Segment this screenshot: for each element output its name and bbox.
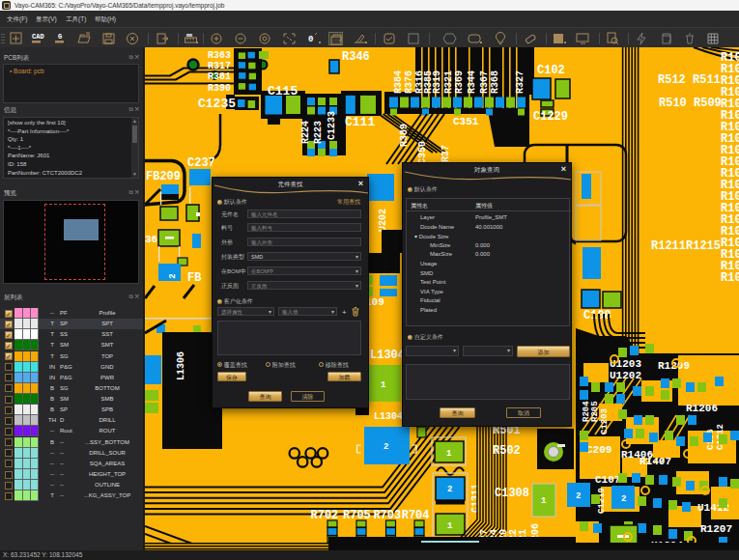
- svg-text:R367: R367: [479, 70, 490, 94]
- svg-text:L1306: L1306: [176, 351, 186, 380]
- svg-text:C107: C107: [595, 474, 620, 486]
- svg-text:L1304: L1304: [370, 349, 405, 362]
- svg-text:FB209: FB209: [146, 170, 181, 183]
- svg-text:1: 1: [446, 449, 452, 459]
- svg-text:G: G: [58, 33, 62, 41]
- svg-text:C1308: C1308: [495, 487, 529, 500]
- svg-text:R376: R376: [404, 70, 414, 94]
- svg-text:2: 2: [384, 442, 388, 452]
- svg-text:C1229: C1229: [533, 110, 568, 124]
- svg-text:C350: C350: [417, 141, 428, 164]
- svg-text:R502: R502: [493, 444, 521, 458]
- svg-text:R319: R319: [432, 70, 442, 94]
- svg-text:R390: R390: [208, 83, 231, 94]
- svg-text:2: 2: [447, 485, 452, 494]
- svg-text:R205: R205: [590, 401, 600, 422]
- svg-text:1: 1: [541, 496, 547, 506]
- svg-text:R389: R389: [399, 124, 410, 147]
- svg-text:R1211R1215: R1211R1215: [651, 239, 721, 253]
- svg-text:U202: U202: [378, 209, 388, 232]
- svg-text:R224: R224: [300, 121, 311, 144]
- svg-text:2: 2: [168, 273, 178, 278]
- svg-text:C115: C115: [268, 84, 298, 98]
- svg-text:1: 1: [381, 380, 386, 390]
- svg-text:CAD: CAD: [32, 33, 44, 41]
- svg-text:R346: R346: [342, 50, 370, 64]
- svg-text:C108: C108: [583, 309, 611, 322]
- svg-text:R369: R369: [454, 70, 465, 94]
- svg-text:R1407: R1407: [640, 456, 671, 467]
- svg-text:R363: R363: [208, 50, 231, 61]
- svg-text:R317: R317: [208, 61, 231, 71]
- svg-text:U1202: U1202: [610, 370, 641, 381]
- svg-text:C111: C111: [345, 115, 375, 129]
- svg-text:R384: R384: [393, 70, 404, 94]
- svg-text:2: 2: [621, 494, 626, 504]
- svg-text:R37: R37: [441, 145, 451, 162]
- svg-text:R510 R509: R510 R509: [659, 97, 722, 110]
- svg-text:R381: R381: [208, 71, 231, 82]
- svg-text:U1203: U1203: [610, 358, 641, 370]
- svg-text:1: 1: [447, 521, 453, 531]
- svg-text:R327: R327: [515, 70, 526, 94]
- svg-text:C1235: C1235: [198, 97, 236, 111]
- svg-text:R512 R511: R512 R511: [658, 73, 721, 87]
- svg-text:C1203: C1203: [600, 408, 610, 434]
- svg-text:0: 0: [308, 35, 313, 44]
- svg-text:C237: C237: [187, 156, 215, 170]
- svg-text:R1207: R1207: [700, 523, 732, 535]
- svg-text:R1206: R1206: [686, 403, 718, 414]
- svg-text:C351: C351: [453, 116, 479, 127]
- svg-text:FB: FB: [187, 271, 201, 285]
- svg-text:36: 36: [145, 234, 157, 245]
- svg-text:R368: R368: [490, 70, 500, 94]
- svg-text:R321: R321: [443, 70, 454, 94]
- svg-text:L1304: L1304: [374, 411, 403, 422]
- svg-text:C209: C209: [586, 444, 611, 456]
- svg-text:C1233: C1233: [327, 111, 337, 140]
- svg-text:2: 2: [576, 491, 581, 501]
- svg-text:R223: R223: [313, 121, 324, 144]
- svg-text:R10: R10: [721, 271, 739, 285]
- svg-text:C102: C102: [537, 64, 565, 77]
- svg-text:R344: R344: [467, 70, 477, 94]
